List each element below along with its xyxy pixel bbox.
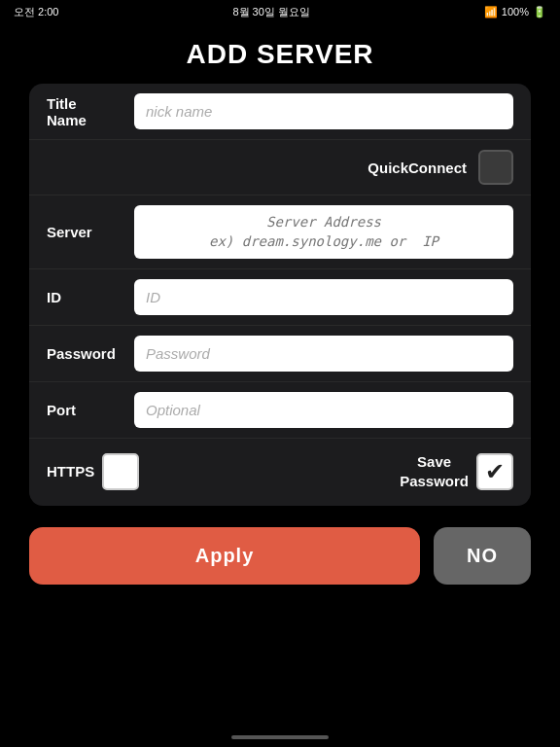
id-label: ID bbox=[47, 289, 134, 305]
apply-button[interactable]: Apply bbox=[29, 527, 420, 585]
password-label: Password bbox=[47, 345, 134, 362]
save-password-label: Save Password bbox=[400, 452, 469, 490]
server-label: Server bbox=[47, 224, 134, 240]
page-title: ADD SERVER bbox=[0, 21, 560, 84]
status-date: 8월 30일 월요일 bbox=[232, 5, 309, 19]
bottom-options-row: HTTPS Save Password ✔ bbox=[29, 439, 531, 496]
https-section: HTTPS bbox=[47, 453, 139, 490]
status-right: 📶 100% 🔋 bbox=[484, 6, 546, 18]
port-row: Port bbox=[29, 382, 531, 439]
password-input[interactable] bbox=[134, 336, 513, 372]
battery-level: 100% bbox=[502, 6, 529, 18]
checkmark-icon: ✔ bbox=[485, 458, 505, 485]
server-row: Server bbox=[29, 196, 531, 269]
battery-icon: 🔋 bbox=[533, 6, 546, 18]
status-time: 오전 2:00 bbox=[14, 5, 58, 19]
quickconnect-toggle[interactable] bbox=[478, 150, 513, 185]
no-button[interactable]: NO bbox=[434, 527, 531, 585]
quickconnect-label: QuickConnect bbox=[368, 160, 467, 176]
save-password-checkbox[interactable]: ✔ bbox=[476, 453, 513, 490]
save-password-section: Save Password ✔ bbox=[400, 452, 513, 490]
title-name-input[interactable] bbox=[134, 93, 513, 129]
home-indicator bbox=[231, 735, 329, 739]
password-row: Password bbox=[29, 326, 531, 382]
status-bar: 오전 2:00 8월 30일 월요일 📶 100% 🔋 bbox=[0, 0, 560, 21]
port-input[interactable] bbox=[134, 392, 513, 428]
title-name-row: Title Name bbox=[29, 84, 531, 140]
wifi-icon: 📶 bbox=[484, 6, 498, 18]
quickconnect-row: QuickConnect bbox=[29, 140, 531, 196]
https-label: HTTPS bbox=[47, 463, 94, 480]
server-input[interactable] bbox=[134, 205, 513, 259]
port-label: Port bbox=[47, 402, 134, 418]
title-name-label: Title Name bbox=[47, 95, 134, 128]
id-input[interactable] bbox=[134, 279, 513, 315]
form-card: Title Name QuickConnect Server ID Passwo… bbox=[29, 84, 531, 506]
id-row: ID bbox=[29, 269, 531, 326]
https-checkbox[interactable] bbox=[102, 453, 139, 490]
action-buttons: Apply NO bbox=[29, 527, 531, 585]
